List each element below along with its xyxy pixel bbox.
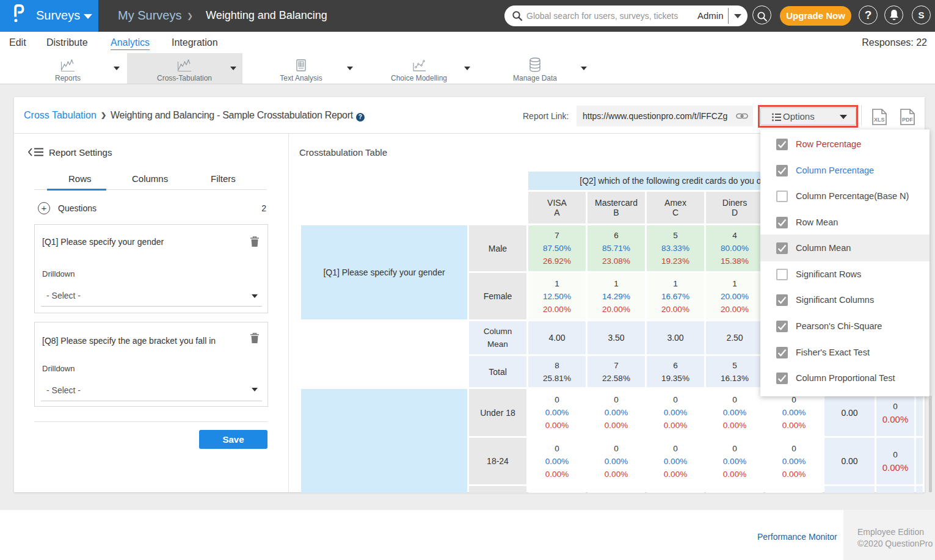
svg-text:PDF: PDF — [902, 117, 914, 123]
svg-text:XLS: XLS — [874, 117, 885, 123]
